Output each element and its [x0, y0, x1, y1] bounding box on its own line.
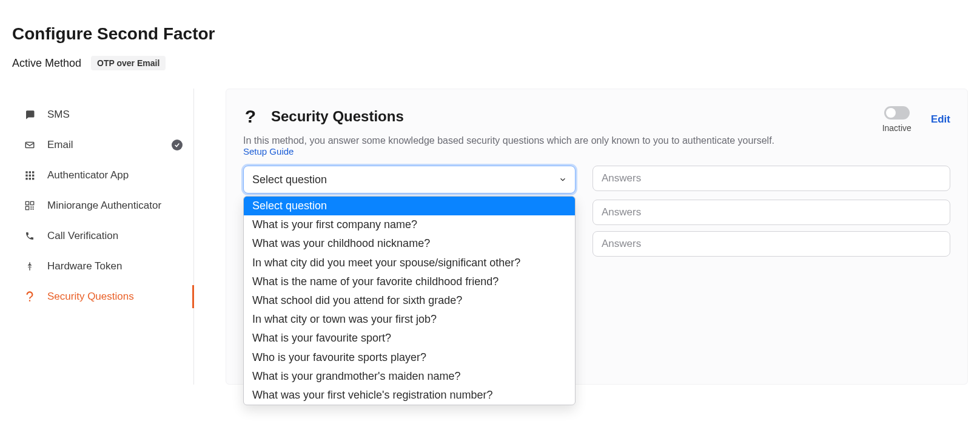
sidebar-item-label: Email	[47, 139, 73, 151]
email-icon	[23, 138, 36, 152]
dropdown-option[interactable]: What is your grandmother's maiden name?	[244, 367, 575, 386]
grid-icon	[23, 169, 36, 182]
sidebar-item-email[interactable]: Email	[12, 130, 193, 160]
phone-icon	[23, 229, 36, 243]
dropdown-option[interactable]: What is your favourite sport?	[244, 329, 575, 348]
question-select-value: Select question	[252, 174, 327, 186]
svg-rect-0	[25, 171, 27, 173]
svg-rect-2	[32, 171, 34, 173]
sidebar: SMS Email Authenticator App	[12, 89, 194, 385]
edit-link[interactable]: Edit	[931, 113, 950, 126]
dropdown-option[interactable]: Select question	[244, 197, 575, 215]
svg-rect-4	[29, 175, 31, 177]
question-dropdown: Select question What is your first compa…	[243, 196, 576, 405]
svg-rect-15	[33, 209, 34, 210]
svg-rect-13	[33, 206, 34, 207]
sidebar-item-label: Hardware Token	[47, 260, 122, 272]
status-toggle-label: Inactive	[882, 123, 911, 133]
sms-icon	[23, 108, 36, 121]
panel-title: Security Questions	[271, 108, 404, 125]
dropdown-option[interactable]: What was your childhood nickname?	[244, 234, 575, 253]
svg-rect-10	[30, 201, 33, 204]
dropdown-option[interactable]: In what city or town was your first job?	[244, 310, 575, 329]
dropdown-option[interactable]: In what city did you meet your spouse/si…	[244, 254, 575, 272]
check-icon	[172, 140, 183, 150]
active-method-label: Active Method	[12, 57, 81, 70]
security-questions-panel: ? Security Questions In this method, you…	[226, 89, 968, 385]
active-method-row: Active Method OTP over Email	[12, 56, 968, 89]
setup-guide-link[interactable]: Setup Guide	[243, 146, 294, 157]
sidebar-item-miniorange-authenticator[interactable]: Miniorange Authenticator	[12, 190, 193, 221]
sidebar-item-label: Call Verification	[47, 230, 118, 242]
sidebar-item-label: Miniorange Authenticator	[47, 200, 161, 212]
dropdown-option[interactable]: Who is your favourite sports player?	[244, 348, 575, 367]
sidebar-item-label: SMS	[47, 109, 70, 121]
question-icon	[23, 290, 36, 303]
dropdown-option[interactable]: What is your first company name?	[244, 215, 575, 234]
answer-input-1[interactable]	[592, 166, 950, 191]
sidebar-item-call-verification[interactable]: Call Verification	[12, 221, 193, 251]
svg-rect-3	[25, 175, 27, 177]
svg-rect-5	[32, 175, 34, 177]
answer-input-3[interactable]	[592, 231, 950, 257]
svg-rect-1	[29, 171, 31, 173]
sidebar-item-hardware-token[interactable]: Hardware Token	[12, 251, 193, 281]
svg-rect-11	[25, 206, 29, 209]
dropdown-option[interactable]: What was your first vehicle's registrati…	[244, 386, 575, 405]
active-method-badge: OTP over Email	[91, 56, 166, 70]
usb-icon	[23, 260, 36, 273]
svg-rect-8	[32, 178, 34, 180]
sidebar-item-label: Authenticator App	[47, 169, 129, 181]
answer-input-2[interactable]	[592, 200, 950, 225]
svg-rect-12	[30, 206, 32, 207]
svg-rect-6	[25, 178, 27, 180]
question-icon: ?	[243, 106, 258, 127]
qr-icon	[23, 199, 36, 212]
sidebar-item-label: Security Questions	[47, 291, 134, 303]
status-toggle[interactable]	[884, 106, 910, 120]
svg-rect-7	[29, 178, 31, 180]
svg-rect-14	[30, 209, 32, 210]
page-title: Configure Second Factor	[12, 0, 968, 56]
dropdown-option[interactable]: What school did you attend for sixth gra…	[244, 291, 575, 310]
content: ? Security Questions In this method, you…	[194, 89, 968, 385]
sidebar-item-sms[interactable]: SMS	[12, 99, 193, 130]
svg-rect-9	[25, 201, 29, 204]
question-select-1[interactable]: Select question	[243, 166, 576, 194]
panel-description: In this method, you answer some knowledg…	[243, 135, 774, 146]
sidebar-item-authenticator-app[interactable]: Authenticator App	[12, 160, 193, 190]
sidebar-item-security-questions[interactable]: Security Questions	[12, 281, 193, 312]
dropdown-option[interactable]: What is the name of your favorite childh…	[244, 272, 575, 291]
